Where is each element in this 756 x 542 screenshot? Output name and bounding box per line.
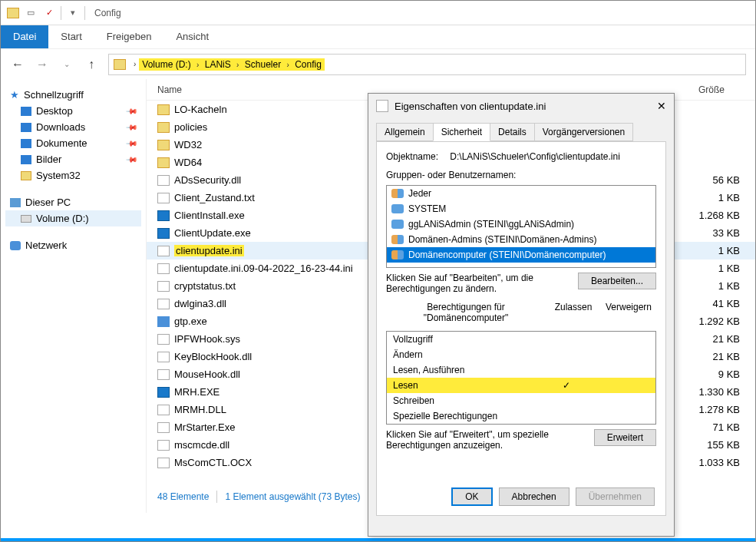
ribbon-tabs: Datei Start Freigeben Ansicht [1, 25, 755, 48]
file-size: 41 KB [694, 298, 755, 309]
nav-desktop[interactable]: Desktop📌 [5, 103, 141, 119]
file-size: 1 KB [694, 280, 755, 292]
properties-dialog: Eigenschaften von clientupdate.ini ✕ All… [368, 93, 675, 537]
ribbon-tab-ansicht[interactable]: Ansicht [163, 25, 221, 48]
file-size: 21 KB [694, 333, 755, 345]
file-icon [157, 458, 170, 468]
dialog-title-bar[interactable]: Eigenschaften von clientupdate.ini ✕ [368, 94, 674, 118]
permissions-list: Vollzugriff Ändern Lesen, Ausführen Lese… [386, 331, 656, 425]
file-size: 1.033 KB [694, 457, 755, 468]
tab-allgemein[interactable]: Allgemein [376, 123, 434, 141]
file-size: 71 KB [694, 421, 755, 433]
back-button[interactable]: ← [10, 58, 25, 71]
groups-listbox[interactable]: JederSYSTEMggLANiSAdmin (STEINI\ggLANiSA… [386, 185, 656, 268]
permission-name: Lesen [393, 380, 539, 391]
breadcrumb[interactable]: › Volume (D:) › LANiS › Schueler › Confi… [108, 54, 746, 75]
nav-this-pc[interactable]: Dieser PC [5, 194, 141, 210]
deny-check [594, 395, 649, 406]
advanced-hint: Klicken Sie auf "Erweitert", um speziell… [386, 429, 555, 451]
chevron-right-icon[interactable]: › [134, 60, 136, 68]
navigation-pane: ★Schnellzugriff Desktop📌 Downloads📌 Doku… [1, 79, 147, 513]
deny-header: Verweigern [601, 302, 656, 323]
file-icon [157, 281, 170, 292]
group-icon [391, 220, 404, 229]
ribbon-tab-freigeben[interactable]: Freigeben [94, 25, 164, 48]
file-size: 1.268 KB [694, 210, 755, 221]
file-icon [157, 175, 170, 186]
permission-row: Ändern [387, 347, 655, 362]
nav-network[interactable]: Netzwerk [5, 237, 141, 253]
folder-icon [7, 8, 19, 18]
deny-check [594, 380, 649, 391]
file-icon [376, 100, 388, 112]
nav-system32[interactable]: System32 [5, 167, 141, 183]
file-icon [157, 405, 170, 415]
deny-check [594, 334, 649, 345]
permission-name: Schreiben [393, 395, 539, 406]
group-item[interactable]: Domänen-Admins (STEINI\Domänen-Admins) [387, 232, 655, 247]
qat-properties-icon[interactable]: ▭ [24, 6, 38, 20]
permission-name: Spezielle Berechtigungen [393, 411, 539, 421]
nav-pictures[interactable]: Bilder📌 [5, 151, 141, 167]
file-size: 33 KB [694, 227, 755, 239]
deny-check [594, 365, 649, 375]
tab-details[interactable]: Details [490, 123, 535, 141]
dialog-tabs: Allgemein Sicherheit Details Vorgängerve… [368, 118, 674, 141]
file-size: 21 KB [694, 351, 755, 362]
folder-icon [114, 59, 126, 70]
up-button[interactable]: ↑ [84, 58, 99, 71]
window-title: Config [94, 8, 121, 18]
allow-check [539, 395, 594, 406]
ribbon-tab-start[interactable]: Start [48, 25, 94, 48]
file-icon [157, 263, 170, 274]
apply-button[interactable]: Übernehmen [576, 487, 655, 506]
col-size[interactable]: Größe [698, 84, 725, 95]
group-name: Domänen-Admins (STEINI\Domänen-Admins) [408, 234, 596, 245]
qat-dropdown-icon[interactable]: ▾ [66, 6, 80, 20]
exe-icon [157, 387, 170, 398]
permission-row: Vollzugriff [387, 332, 655, 347]
folder-icon [157, 140, 170, 150]
exe-icon [157, 210, 170, 221]
group-icon [391, 250, 404, 259]
deny-check [594, 411, 649, 421]
file-icon [157, 334, 170, 345]
exe-icon [157, 228, 170, 239]
permission-name: Ändern [393, 349, 539, 360]
edit-button[interactable]: Bearbeiten... [578, 273, 656, 289]
ribbon-tab-datei[interactable]: Datei [1, 25, 48, 48]
folder-icon [157, 122, 170, 133]
ok-button[interactable]: OK [451, 487, 492, 506]
group-item[interactable]: SYSTEM [387, 201, 655, 216]
cancel-button[interactable]: Abbrechen [499, 487, 569, 506]
group-item[interactable]: Domänencomputer (STEINI\Domänencomputer) [387, 247, 655, 263]
recent-dropdown-icon[interactable]: ⌄ [59, 60, 74, 68]
nav-documents[interactable]: Dokumente📌 [5, 135, 141, 151]
object-name-label: Objektname: [386, 151, 447, 162]
group-item[interactable]: ggLANiSAdmin (STEINI\ggLANiSAdmin) [387, 216, 655, 232]
object-name-value: D:\LANiS\Schueler\Config\clientupdate.in… [450, 151, 619, 162]
close-button[interactable]: ✕ [657, 100, 666, 112]
file-icon [157, 369, 170, 380]
permission-name: Lesen, Ausführen [393, 365, 539, 375]
file-size: 1 KB [694, 263, 755, 274]
file-icon [157, 193, 170, 203]
nav-downloads[interactable]: Downloads📌 [5, 119, 141, 135]
qat-check-icon[interactable]: ✓ [42, 6, 56, 20]
status-bar: 48 Elemente 1 Element ausgewählt (73 Byt… [147, 487, 360, 507]
nav-quick-access[interactable]: ★Schnellzugriff [5, 87, 141, 103]
status-selection: 1 Element ausgewählt (73 Bytes) [225, 491, 360, 502]
tab-sicherheit[interactable]: Sicherheit [433, 123, 490, 141]
nav-volume-d[interactable]: Volume (D:) [5, 210, 141, 226]
tab-vorgaenger[interactable]: Vorgängerversionen [534, 123, 633, 141]
group-name: SYSTEM [408, 203, 446, 214]
group-item[interactable]: Jeder [387, 186, 655, 201]
allow-check [539, 349, 594, 360]
permission-row: Lesen, Ausführen [387, 362, 655, 378]
advanced-button[interactable]: Erweitert [594, 429, 656, 446]
allow-check [539, 334, 594, 345]
file-size: 1.278 KB [694, 404, 755, 415]
breadcrumb-path[interactable]: Volume (D:) › LANiS › Schueler › Config [139, 58, 325, 71]
folder-icon [157, 104, 170, 115]
forward-button[interactable]: → [35, 58, 50, 71]
